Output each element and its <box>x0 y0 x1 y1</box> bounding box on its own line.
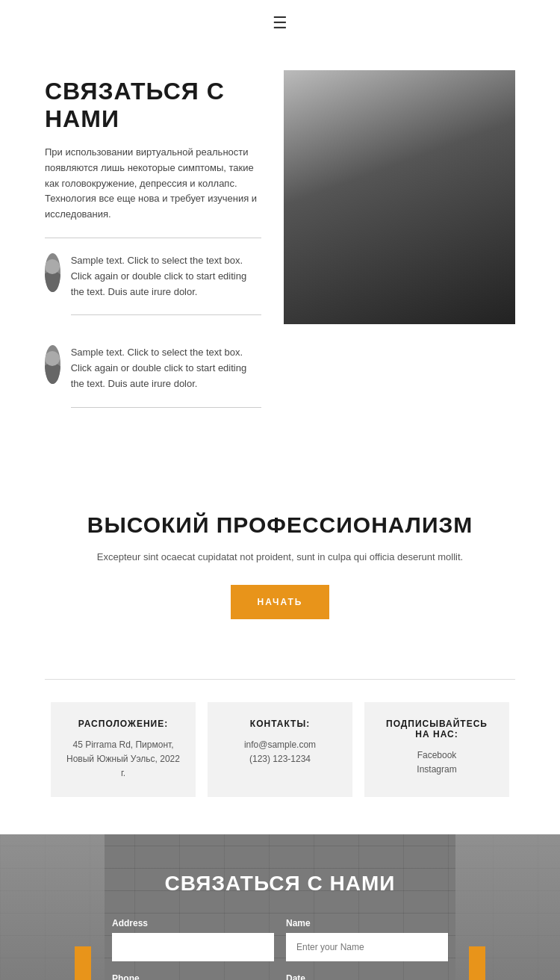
location-title: РАСПОЛОЖЕНИЕ: <box>64 719 182 729</box>
address-input[interactable] <box>112 933 274 961</box>
form-title: СВЯЗАТЬСЯ С НАМИ <box>112 872 448 896</box>
social-instagram[interactable]: Instagram <box>378 763 496 777</box>
contact-form-section: СВЯЗАТЬСЯ С НАМИ Address Name Phone Date <box>0 834 560 980</box>
orange-bar-left <box>75 946 91 980</box>
date-label: Date <box>286 973 448 980</box>
form-row-1: Address Name <box>112 918 448 961</box>
contacts-phone: (123) 123-1234 <box>221 752 339 766</box>
hero-image-inner <box>284 70 515 324</box>
intro-description: При использовании виртуальной реальности… <box>45 145 261 238</box>
phone-col: Phone <box>112 973 274 980</box>
intro-left: СВЯЗАТЬСЯ С НАМИ При использовании вирту… <box>45 70 261 438</box>
social-box: ПОДПИСЫВАЙТЕСЬ НА НАС: Facebook Instagra… <box>364 702 509 798</box>
form-row-2: Phone Date <box>112 973 448 980</box>
contact-intro-section: СВЯЗАТЬСЯ С НАМИ При использовании вирту… <box>0 40 560 468</box>
hamburger-icon[interactable]: ☰ <box>273 13 287 33</box>
start-button[interactable]: НАЧАТЬ <box>231 585 330 619</box>
name-col: Name <box>286 918 448 961</box>
contacts-title: КОНТАКТЫ: <box>221 719 339 729</box>
location-text: 45 Pirrama Rd, Пирмонт, Новый Южный Уэль… <box>64 738 182 781</box>
intro-title: СВЯЗАТЬСЯ С НАМИ <box>45 78 261 133</box>
professionalism-section: ВЫСОКИЙ ПРОФЕССИОНАЛИЗМ Excepteur sint o… <box>0 468 560 649</box>
professionalism-title: ВЫСОКИЙ ПРОФЕССИОНАЛИЗМ <box>45 512 515 538</box>
social-title: ПОДПИСЫВАЙТЕСЬ НА НАС: <box>378 719 496 739</box>
date-col: Date <box>286 973 448 980</box>
social-facebook[interactable]: Facebook <box>378 748 496 763</box>
person-row-2: Sample text. Click to select the text bo… <box>45 345 261 422</box>
contact-form-container: СВЯЗАТЬСЯ С НАМИ Address Name Phone Date <box>112 872 448 980</box>
contacts-box: КОНТАКТЫ: info@sample.com (123) 123-1234 <box>208 702 352 798</box>
info-boxes-section: РАСПОЛОЖЕНИЕ: 45 Pirrama Rd, Пирмонт, Но… <box>0 680 560 835</box>
avatar-1 <box>45 253 60 292</box>
person-text-2: Sample text. Click to select the text bo… <box>71 345 261 407</box>
avatar-2 <box>45 345 60 384</box>
name-label: Name <box>286 918 448 928</box>
intro-right <box>284 70 515 438</box>
navbar: ☰ <box>0 0 560 40</box>
phone-label: Phone <box>112 973 274 980</box>
name-input[interactable] <box>286 933 448 961</box>
orange-bar-right <box>469 946 485 980</box>
location-box: РАСПОЛОЖЕНИЕ: 45 Pirrama Rd, Пирмонт, Но… <box>51 702 196 798</box>
contacts-email: info@sample.com <box>221 738 339 752</box>
person-row-1: Sample text. Click to select the text bo… <box>45 253 261 330</box>
address-col: Address <box>112 918 274 961</box>
address-label: Address <box>112 918 274 928</box>
hero-image <box>284 70 515 324</box>
professionalism-description: Excepteur sint ocaecat cupidatat not pro… <box>45 551 515 562</box>
person-text-1: Sample text. Click to select the text bo… <box>71 253 261 315</box>
